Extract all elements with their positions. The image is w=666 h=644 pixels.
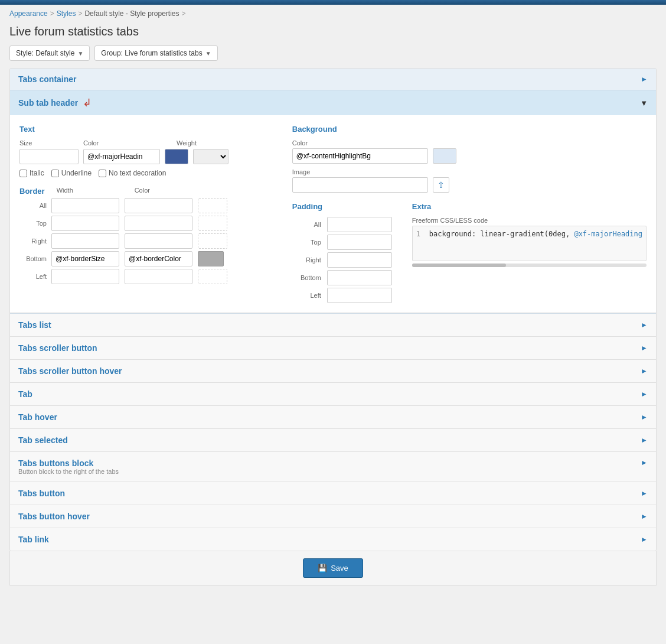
italic-checkbox[interactable] — [19, 170, 27, 177]
background-image-input[interactable] — [292, 177, 428, 193]
underline-checkbox-label[interactable]: Underline — [51, 169, 92, 177]
tab-link-chevron: ► — [641, 535, 648, 544]
border-right-swatch[interactable] — [198, 233, 227, 249]
breadcrumb-styles[interactable]: Styles — [57, 9, 76, 18]
border-all-color[interactable] — [125, 198, 192, 213]
tab-link-title: Tab link — [18, 535, 49, 544]
upload-button[interactable]: ⇧ — [433, 177, 449, 193]
tabs-button-hover-section-row[interactable]: Tabs button hover ► — [10, 505, 656, 528]
style-dropdown[interactable]: Style: Default style ▼ — [9, 45, 90, 61]
border-color-col-label: Color — [135, 187, 150, 196]
main-content: Tabs container ► Sub tab header ↲ ▼ Text… — [9, 68, 657, 551]
weight-label: Weight — [177, 139, 212, 147]
tabs-list-chevron: ► — [641, 321, 648, 329]
tab-selected-title: Tab selected — [18, 435, 68, 445]
border-bottom-label: Bottom — [19, 255, 49, 262]
border-right-color[interactable] — [125, 233, 192, 249]
tabs-button-chevron: ► — [641, 489, 648, 497]
border-bottom-width[interactable] — [51, 251, 119, 266]
padding-bottom-input[interactable] — [327, 270, 392, 285]
code-scrollbar-thumb — [412, 264, 506, 267]
sub-tab-header-section: Sub tab header ↲ ▼ Text Size Color Weigh… — [10, 90, 656, 314]
breadcrumb-appearance[interactable]: Appearance — [9, 9, 48, 18]
sub-tab-header-body: Text Size Color Weight — [10, 115, 656, 313]
tab-hover-title: Tab hover — [18, 412, 57, 422]
tab-hover-section-row[interactable]: Tab hover ► — [10, 406, 656, 429]
tab-hover-chevron: ► — [641, 413, 648, 421]
tabs-buttons-block-subtitle: Button block to the right of the tabs — [18, 468, 119, 475]
tabs-scroller-button-hover-title: Tabs scroller button hover — [18, 366, 122, 376]
style-dropdown-arrow: ▼ — [77, 50, 83, 57]
border-top-color[interactable] — [125, 216, 192, 231]
background-group: Background Color Image ⇧ — [292, 125, 647, 193]
tabs-button-section-row[interactable]: Tabs button ► — [10, 482, 656, 505]
text-color-input[interactable] — [83, 149, 160, 164]
tabs-buttons-block-section-row[interactable]: Tabs buttons block ► Button block to the… — [10, 452, 656, 482]
code-scrollbar[interactable] — [412, 264, 647, 267]
padding-bottom-label: Bottom — [292, 274, 325, 281]
border-left-swatch[interactable] — [198, 269, 227, 284]
border-bottom-color[interactable] — [125, 251, 192, 266]
padding-all-input[interactable] — [327, 217, 392, 232]
tabs-button-hover-chevron: ► — [641, 512, 648, 521]
text-color-swatch[interactable] — [165, 149, 188, 164]
border-all-label: All — [19, 202, 49, 209]
no-text-decoration-checkbox[interactable] — [99, 170, 106, 177]
italic-checkbox-label[interactable]: Italic — [19, 169, 44, 177]
freeform-label: Freeform CSS/LESS code — [412, 217, 647, 224]
tab-section-row[interactable]: Tab ► — [10, 383, 656, 406]
page-title: Live forum statistics tabs — [0, 22, 666, 45]
border-left-width[interactable] — [51, 269, 119, 284]
border-group-title: Border — [19, 187, 45, 196]
extra-group: Extra Freeform CSS/LESS code 1 backgroun… — [412, 202, 647, 303]
background-color-input[interactable] — [292, 148, 428, 164]
border-bottom-swatch[interactable] — [198, 251, 224, 266]
tab-link-section-row[interactable]: Tab link ► — [10, 528, 656, 551]
background-color-label: Color — [292, 139, 647, 147]
top-bar — [0, 0, 666, 5]
toolbar: Style: Default style ▼ Group: Live forum… — [0, 45, 666, 68]
padding-right-input[interactable] — [327, 252, 392, 268]
group-dropdown[interactable]: Group: Live forum statistics tabs ▼ — [94, 45, 217, 61]
padding-top-input[interactable] — [327, 235, 392, 250]
tabs-scroller-button-hover-section-row[interactable]: Tabs scroller button hover ► — [10, 360, 656, 383]
underline-checkbox[interactable] — [51, 170, 59, 177]
tabs-container-section[interactable]: Tabs container ► — [10, 69, 656, 90]
tabs-button-hover-title: Tabs button hover — [18, 512, 90, 521]
text-weight-select[interactable] — [193, 149, 228, 164]
background-color-swatch[interactable] — [433, 148, 456, 164]
save-button[interactable]: 💾 Save — [303, 558, 363, 578]
tabs-list-section-row[interactable]: Tabs list ► — [10, 314, 656, 337]
size-label: Size — [19, 139, 79, 147]
padding-group-title: Padding — [292, 202, 398, 211]
no-text-decoration-checkbox-label[interactable]: No text decoration — [99, 169, 166, 177]
padding-right-label: Right — [292, 256, 325, 264]
extra-group-title: Extra — [412, 202, 647, 211]
border-all-width[interactable] — [51, 198, 119, 213]
tabs-scroller-button-chevron: ► — [641, 344, 648, 352]
padding-all-label: All — [292, 221, 325, 228]
sub-tab-header-header[interactable]: Sub tab header ↲ ▼ — [10, 90, 656, 115]
padding-left-input[interactable] — [327, 288, 392, 303]
background-group-title: Background — [292, 125, 647, 134]
collapsed-sections-list: Tabs list ► Tabs scroller button ► Tabs … — [10, 314, 656, 551]
background-image-label: Image — [292, 168, 647, 175]
save-label: Save — [331, 564, 348, 573]
tabs-scroller-button-title: Tabs scroller button — [18, 343, 97, 353]
border-right-width[interactable] — [51, 233, 119, 249]
tabs-buttons-block-title: Tabs buttons block — [18, 458, 93, 468]
border-all-swatch[interactable] — [198, 198, 227, 213]
tab-selected-chevron: ► — [641, 436, 648, 444]
color-label: Color — [83, 139, 172, 147]
border-left-label: Left — [19, 273, 49, 280]
tab-selected-section-row[interactable]: Tab selected ► — [10, 429, 656, 452]
border-top-swatch[interactable] — [198, 216, 227, 231]
tabs-button-title: Tabs button — [18, 489, 65, 498]
border-top-width[interactable] — [51, 216, 119, 231]
tabs-buttons-block-chevron: ► — [641, 458, 648, 468]
breadcrumb: Appearance > Styles > Default style - St… — [0, 5, 666, 22]
text-size-input[interactable] — [19, 149, 79, 164]
border-left-color[interactable] — [125, 269, 192, 284]
tabs-scroller-button-section-row[interactable]: Tabs scroller button ► — [10, 337, 656, 360]
code-editor[interactable]: 1 background: linear-gradient(0deg, @xf-… — [412, 226, 647, 261]
